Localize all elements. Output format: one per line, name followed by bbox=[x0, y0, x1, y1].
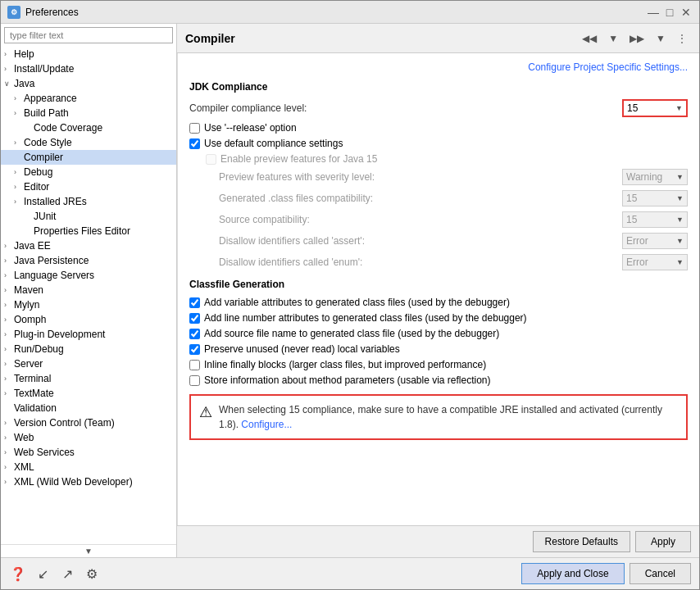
source-compat-row: Source compatibility: 15 ▼ bbox=[189, 211, 688, 228]
configure-project-link[interactable]: Configure Project Specific Settings... bbox=[189, 61, 688, 73]
use-default-checkbox[interactable] bbox=[189, 138, 200, 149]
arrow-icon: › bbox=[4, 478, 14, 486]
main-header: Compiler ◀◀ ▼ ▶▶ ▼ ⋮ bbox=[177, 24, 699, 53]
sidebar-item-java[interactable]: ∨ Java bbox=[1, 76, 176, 91]
minimize-button[interactable]: — bbox=[647, 6, 660, 19]
settings-icon-button[interactable]: ⚙ bbox=[83, 565, 101, 583]
scroll-down-icon: ▼ bbox=[84, 547, 93, 556]
use-default-row: Use default compliance settings bbox=[189, 138, 688, 149]
use-release-checkbox[interactable] bbox=[189, 123, 200, 134]
cb3-label: Add source file name to generated class … bbox=[204, 328, 499, 339]
filter-input[interactable] bbox=[4, 27, 173, 43]
sidebar-item-xml[interactable]: › XML bbox=[1, 460, 176, 474]
arrow-icon: › bbox=[4, 433, 14, 442]
forward-button[interactable]: ▶▶ bbox=[625, 30, 648, 47]
arrow-icon: › bbox=[14, 183, 24, 191]
sidebar-label: Appearance bbox=[24, 93, 173, 104]
more-options-button[interactable]: ⋮ bbox=[673, 30, 691, 47]
sidebar-label: Java bbox=[14, 78, 173, 89]
sidebar-item-plugin-development[interactable]: › Plug-in Development bbox=[1, 327, 176, 342]
compiler-compliance-dropdown[interactable]: 15 ▼ bbox=[622, 99, 688, 117]
main-action-bar: Restore Defaults Apply bbox=[177, 525, 699, 557]
sidebar-item-installed-jres[interactable]: › Installed JREs bbox=[1, 194, 176, 209]
preview-severity-dropdown: Warning ▼ bbox=[622, 169, 688, 185]
sidebar-item-help[interactable]: › Help bbox=[1, 47, 176, 61]
cb5-label: Inline finally blocks (larger class file… bbox=[204, 359, 486, 370]
sidebar-item-java-persistence[interactable]: › Java Persistence bbox=[1, 253, 176, 268]
warning-configure-link[interactable]: Configure... bbox=[241, 419, 292, 430]
sidebar-label: Mylyn bbox=[14, 299, 173, 311]
cancel-button[interactable]: Cancel bbox=[630, 563, 691, 584]
sidebar-item-language-servers[interactable]: › Language Servers bbox=[1, 268, 176, 283]
help-icon-button[interactable]: ❓ bbox=[9, 565, 27, 583]
maximize-button[interactable]: □ bbox=[663, 6, 676, 19]
main-panel: Compiler ◀◀ ▼ ▶▶ ▼ ⋮ Configure Project S… bbox=[177, 24, 699, 557]
apply-and-close-button[interactable]: Apply and Close bbox=[521, 563, 624, 584]
apply-button[interactable]: Apply bbox=[635, 531, 691, 552]
forward-dropdown-button[interactable]: ▼ bbox=[652, 30, 670, 47]
sidebar-item-java-ee[interactable]: › Java EE bbox=[1, 238, 176, 253]
disallow-assert-row: Disallow identifiers called 'assert': Er… bbox=[189, 233, 688, 249]
sidebar-item-compiler[interactable]: Compiler bbox=[1, 150, 176, 165]
sidebar-item-build-path[interactable]: › Build Path bbox=[1, 106, 176, 120]
arrow-icon: › bbox=[4, 463, 14, 471]
cb3-checkbox[interactable] bbox=[189, 329, 200, 339]
import-button[interactable]: ↙ bbox=[34, 565, 52, 583]
arrow-icon: › bbox=[14, 109, 24, 117]
sidebar-item-junit[interactable]: JUnit bbox=[1, 209, 176, 224]
sidebar-label: TextMate bbox=[14, 388, 173, 399]
restore-defaults-button[interactable]: Restore Defaults bbox=[533, 531, 630, 552]
dropdown-arrow-icon: ▼ bbox=[676, 237, 684, 245]
arrow-icon: › bbox=[14, 138, 24, 147]
cb5-checkbox[interactable] bbox=[189, 360, 200, 370]
window-controls: — □ ✕ bbox=[647, 6, 693, 19]
cb6-row: Store information about method parameter… bbox=[189, 374, 688, 386]
sidebar-item-mylyn[interactable]: › Mylyn bbox=[1, 297, 176, 312]
bottom-bar: ❓ ↙ ↗ ⚙ Apply and Close Cancel bbox=[1, 557, 699, 589]
sidebar-item-xml-wild-web[interactable]: › XML (Wild Web Developer) bbox=[1, 474, 176, 489]
cb2-checkbox[interactable] bbox=[189, 313, 200, 324]
sidebar-item-validation[interactable]: Validation bbox=[1, 401, 176, 415]
cb3-row: Add source file name to generated class … bbox=[189, 328, 688, 339]
dropdown-arrow-icon: ▼ bbox=[676, 194, 684, 202]
arrow-icon: › bbox=[4, 301, 14, 309]
back-dropdown-button[interactable]: ▼ bbox=[604, 30, 622, 47]
sidebar-item-oomph[interactable]: › Oomph bbox=[1, 312, 176, 327]
sidebar-item-code-style[interactable]: › Code Style bbox=[1, 135, 176, 150]
export-button[interactable]: ↗ bbox=[58, 565, 76, 583]
sidebar-item-debug[interactable]: › Debug bbox=[1, 165, 176, 179]
cb4-checkbox[interactable] bbox=[189, 344, 200, 355]
cb1-checkbox[interactable] bbox=[189, 297, 200, 308]
sidebar-label: Help bbox=[14, 48, 173, 60]
back-button[interactable]: ◀◀ bbox=[578, 30, 601, 47]
arrow-icon: › bbox=[4, 419, 14, 427]
sidebar-item-web[interactable]: › Web bbox=[1, 430, 176, 445]
title-bar-left: ⚙ Preferences bbox=[7, 6, 79, 19]
compiler-compliance-label: Compiler compliance level: bbox=[189, 102, 622, 114]
sidebar-label: Oomph bbox=[14, 314, 173, 325]
sidebar-item-textmate[interactable]: › TextMate bbox=[1, 386, 176, 401]
sidebar-item-run-debug[interactable]: › Run/Debug bbox=[1, 342, 176, 356]
enable-preview-checkbox[interactable] bbox=[206, 154, 216, 165]
sidebar-item-terminal[interactable]: › Terminal bbox=[1, 371, 176, 386]
sidebar-item-version-control[interactable]: › Version Control (Team) bbox=[1, 415, 176, 430]
sidebar-label: XML bbox=[14, 461, 173, 473]
sidebar-label: Version Control (Team) bbox=[14, 417, 173, 429]
sidebar-item-web-services[interactable]: › Web Services bbox=[1, 445, 176, 460]
sidebar-item-install-update[interactable]: › Install/Update bbox=[1, 61, 176, 76]
dropdown-arrow-icon: ▼ bbox=[676, 216, 684, 224]
sidebar-item-maven[interactable]: › Maven bbox=[1, 283, 176, 297]
cb1-label: Add variable attributes to generated cla… bbox=[204, 297, 510, 308]
cb6-checkbox[interactable] bbox=[189, 375, 200, 386]
enable-preview-label: Enable preview features for Java 15 bbox=[220, 153, 377, 165]
sidebar-item-server[interactable]: › Server bbox=[1, 356, 176, 371]
sidebar-scroll-down[interactable]: ▼ bbox=[1, 544, 176, 557]
disallow-enum-dropdown: Error ▼ bbox=[622, 254, 688, 270]
sidebar-item-editor[interactable]: › Editor bbox=[1, 179, 176, 194]
sidebar-item-appearance[interactable]: › Appearance bbox=[1, 91, 176, 106]
sidebar-item-code-coverage[interactable]: Code Coverage bbox=[1, 120, 176, 135]
sidebar-item-properties-files-editor[interactable]: Properties Files Editor bbox=[1, 224, 176, 238]
arrow-icon: › bbox=[14, 168, 24, 176]
close-button[interactable]: ✕ bbox=[680, 6, 693, 19]
sidebar-label: Java Persistence bbox=[14, 255, 173, 266]
